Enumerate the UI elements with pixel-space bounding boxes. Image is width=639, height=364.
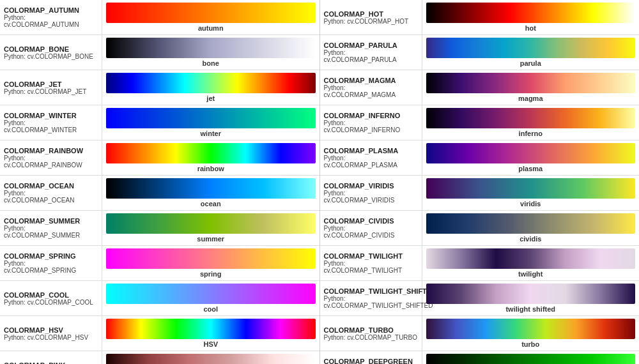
label-main-cividis: COLORMAP_CIVIDIS: [324, 217, 418, 225]
label-main-autumn: COLORMAP_AUTUMN: [4, 6, 98, 14]
row-hsv: COLORMAP_HSVPython: cv.COLORMAP_HSVHSV: [0, 316, 320, 351]
label-cell-winter: COLORMAP_WINTERPython: cv.COLORMAP_WINTE…: [0, 105, 102, 140]
colormap-bar-twilight: [426, 248, 636, 269]
colormap-name-plasma: plasma: [518, 165, 543, 172]
colormap-bar-magma: [426, 73, 636, 93]
label-main-bone: COLORMAP_BONE: [4, 45, 98, 53]
colormap-cell-viridis: viridis: [422, 176, 640, 210]
row-rainbow: COLORMAP_RAINBOWPython: cv.COLORMAP_RAIN…: [0, 140, 320, 176]
colormap-name-autumn: autumn: [198, 24, 224, 32]
colormap-bar-rainbow: [106, 143, 316, 163]
left-column: COLORMAP_AUTUMNPython: cv.COLORMAP_AUTUM…: [0, 0, 320, 364]
label-cell-viridis: COLORMAP_VIRIDISPython: cv.COLORMAP_VIRI…: [320, 176, 422, 210]
colormap-name-hot: hot: [525, 24, 536, 32]
label-sub-turbo: Python: cv.COLORMAP_TURBO: [324, 334, 418, 341]
right-column: COLORMAP_HOTPython: cv.COLORMAP_HOThotCO…: [320, 0, 640, 364]
colormap-name-summer: summer: [197, 235, 224, 243]
label-cell-bone: COLORMAP_BONEPython: cv.COLORMAP_BONE: [0, 35, 102, 70]
colormap-cell-plasma: plasma: [422, 140, 640, 175]
label-cell-twilight: COLORMAP_TWILIGHTPython: cv.COLORMAP_TWI…: [320, 246, 422, 280]
colormap-name-rainbow: rainbow: [197, 165, 224, 172]
row-cool: COLORMAP_COOLPython: cv.COLORMAP_COOLcoo…: [0, 281, 320, 316]
label-cell-plasma: COLORMAP_PLASMAPython: cv.COLORMAP_PLASM…: [320, 140, 422, 175]
colormap-cell-inferno: inferno: [422, 105, 640, 140]
label-sub-cividis: Python: cv.COLORMAP_CIVIDIS: [324, 225, 418, 239]
label-main-hot: COLORMAP_HOT: [324, 10, 418, 18]
label-cell-ocean: COLORMAP_OCEANPython: cv.COLORMAP_OCEAN: [0, 176, 102, 210]
label-sub-twilight-shifted: Python: cv.COLORMAP_TWILIGHT_SHIFTED: [324, 295, 418, 309]
row-pink: COLORMAP_PINKPython: cv.COLORMAP_PINKpin…: [0, 351, 320, 364]
label-sub-autumn: Python: cv.COLORMAP_AUTUMN: [4, 14, 98, 28]
label-sub-hsv: Python: cv.COLORMAP_HSV: [4, 334, 98, 341]
colormap-name-ocean: ocean: [201, 200, 221, 208]
label-cell-turbo: COLORMAP_TURBOPython: cv.COLORMAP_TURBO: [320, 316, 422, 351]
label-main-jet: COLORMAP_JET: [4, 80, 98, 88]
row-hot: COLORMAP_HOTPython: cv.COLORMAP_HOThot: [320, 0, 640, 35]
row-viridis: COLORMAP_VIRIDISPython: cv.COLORMAP_VIRI…: [320, 176, 640, 211]
colormap-bar-hsv: [106, 319, 316, 339]
label-cell-twilight-shifted: COLORMAP_TWILIGHT_SHIFTEDPython: cv.COLO…: [320, 281, 422, 315]
label-sub-hot: Python: cv.COLORMAP_HOT: [324, 18, 418, 25]
label-cell-autumn: COLORMAP_AUTUMNPython: cv.COLORMAP_AUTUM…: [0, 0, 102, 34]
colormap-cell-pink: pink: [102, 351, 320, 364]
colormap-cell-ocean: ocean: [102, 176, 320, 210]
colormap-cell-twilight: twilight: [422, 246, 640, 280]
colormap-name-twilight-shifted: twilight shifted: [505, 305, 555, 313]
row-cividis: COLORMAP_CIVIDISPython: cv.COLORMAP_CIVI…: [320, 211, 640, 246]
colormap-bar-plasma: [426, 143, 636, 163]
label-main-winter: COLORMAP_WINTER: [4, 112, 98, 119]
label-sub-bone: Python: cv.COLORMAP_BONE: [4, 53, 98, 60]
colormap-cell-winter: winter: [102, 105, 320, 140]
label-cell-hot: COLORMAP_HOTPython: cv.COLORMAP_HOT: [320, 0, 422, 34]
label-main-rainbow: COLORMAP_RAINBOW: [4, 147, 98, 155]
row-magma: COLORMAP_MAGMAPython: cv.COLORMAP_MAGMAm…: [320, 70, 640, 105]
row-autumn: COLORMAP_AUTUMNPython: cv.COLORMAP_AUTUM…: [0, 0, 320, 35]
colormap-bar-viridis: [426, 178, 636, 199]
label-sub-parula: Python: cv.COLORMAP_PARULA: [324, 49, 418, 63]
colormap-cell-jet: jet: [102, 70, 320, 105]
label-cell-hsv: COLORMAP_HSVPython: cv.COLORMAP_HSV: [0, 316, 102, 351]
label-sub-magma: Python: cv.COLORMAP_MAGMA: [324, 84, 418, 98]
colormap-bar-bone: [106, 38, 316, 58]
colormap-bar-cool: [106, 284, 316, 304]
row-spring: COLORMAP_SPRINGPython: cv.COLORMAP_SPRIN…: [0, 246, 320, 281]
label-main-cool: COLORMAP_COOL: [4, 291, 98, 299]
colormap-name-jet: jet: [206, 95, 215, 102]
colormap-cell-hot: hot: [422, 0, 640, 34]
label-main-hsv: COLORMAP_HSV: [4, 326, 98, 334]
row-ocean: COLORMAP_OCEANPython: cv.COLORMAP_OCEANo…: [0, 176, 320, 211]
label-cell-deepgreen: COLORMAP_DEEPGREENPython: cv.COLORMAP_DE…: [320, 351, 422, 364]
colormap-bar-winter: [106, 108, 316, 128]
label-sub-viridis: Python: cv.COLORMAP_VIRIDIS: [324, 190, 418, 204]
colormap-name-winter: winter: [201, 130, 221, 137]
colormap-cell-magma: magma: [422, 70, 640, 105]
colormap-name-viridis: viridis: [520, 200, 541, 208]
label-main-summer: COLORMAP_SUMMER: [4, 217, 98, 225]
colormap-cell-deepgreen: deepgreen: [422, 351, 640, 364]
colormap-name-parula: parula: [520, 59, 541, 67]
row-deepgreen: COLORMAP_DEEPGREENPython: cv.COLORMAP_DE…: [320, 351, 640, 364]
label-cell-magma: COLORMAP_MAGMAPython: cv.COLORMAP_MAGMA: [320, 70, 422, 105]
colormap-bar-deepgreen: [426, 354, 636, 364]
label-main-plasma: COLORMAP_PLASMA: [324, 147, 418, 155]
row-twilight: COLORMAP_TWILIGHTPython: cv.COLORMAP_TWI…: [320, 246, 640, 281]
label-cell-inferno: COLORMAP_INFERNOPython: cv.COLORMAP_INFE…: [320, 105, 422, 140]
label-cell-parula: COLORMAP_PARULAPython: cv.COLORMAP_PARUL…: [320, 35, 422, 70]
label-sub-spring: Python: cv.COLORMAP_SPRING: [4, 260, 98, 274]
label-main-spring: COLORMAP_SPRING: [4, 252, 98, 260]
colormap-name-turbo: turbo: [521, 340, 539, 348]
colormap-name-bone: bone: [203, 59, 219, 67]
colormap-name-cividis: cividis: [520, 235, 541, 243]
label-main-twilight: COLORMAP_TWILIGHT: [324, 252, 418, 260]
colormap-bar-summer: [106, 213, 316, 234]
label-sub-summer: Python: cv.COLORMAP_SUMMER: [4, 225, 98, 239]
colormap-bar-parula: [426, 38, 636, 58]
colormap-bar-inferno: [426, 108, 636, 128]
row-inferno: COLORMAP_INFERNOPython: cv.COLORMAP_INFE…: [320, 105, 640, 140]
row-summer: COLORMAP_SUMMERPython: cv.COLORMAP_SUMME…: [0, 211, 320, 246]
row-turbo: COLORMAP_TURBOPython: cv.COLORMAP_TURBOt…: [320, 316, 640, 351]
colormap-bar-autumn: [106, 3, 316, 23]
colormap-bar-twilight-shifted: [426, 284, 636, 304]
colormap-name-magma: magma: [518, 95, 543, 102]
colormap-cell-spring: spring: [102, 246, 320, 280]
